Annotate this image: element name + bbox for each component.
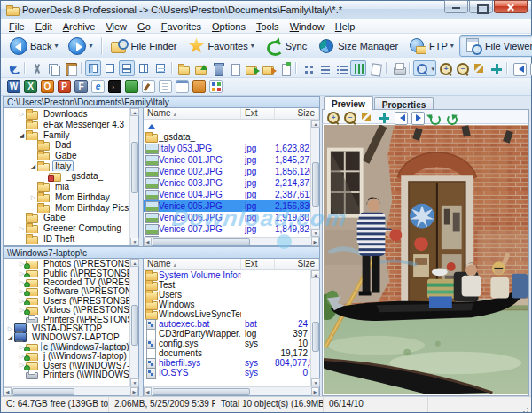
list-bottom-horizontal-scrollbar[interactable]: ◀ ▶ bbox=[144, 386, 319, 395]
scroll-down-icon[interactable]: ▼ bbox=[130, 238, 139, 245]
tab-properties[interactable]: Properties bbox=[374, 97, 434, 110]
launcher-grid-icon[interactable] bbox=[209, 80, 223, 93]
expander-icon[interactable] bbox=[29, 162, 37, 170]
tree-item-public-share[interactable]: Public (\\PRESTONSERVER bbox=[4, 269, 129, 277]
expander-icon[interactable] bbox=[6, 324, 14, 332]
separator[interactable] bbox=[24, 62, 26, 74]
file-row-test[interactable]: Test bbox=[144, 280, 310, 290]
print-icon[interactable] bbox=[390, 60, 406, 76]
file-row-windows[interactable]: Windows bbox=[144, 300, 310, 309]
tree-item-greener-computing[interactable]: Greener Computing bbox=[4, 223, 129, 234]
tree-item-dad[interactable]: Dad bbox=[4, 140, 129, 151]
columns-view-icon[interactable] bbox=[350, 60, 366, 76]
ftp-button[interactable]: FTP bbox=[403, 35, 459, 57]
dropdown-arrow-icon[interactable] bbox=[89, 42, 92, 50]
scroll-left-icon[interactable]: ◀ bbox=[4, 387, 12, 396]
thumbnails-view-icon[interactable] bbox=[367, 60, 383, 76]
tree-item-printers-share[interactable]: Printers (\\PRESTONSERVE bbox=[4, 315, 129, 323]
menu-item-help[interactable]: Help bbox=[331, 21, 360, 32]
tree-item-gabe[interactable]: Gabe bbox=[4, 151, 129, 161]
tree-item-vista-desktop[interactable]: VISTA-DESKTOP bbox=[4, 323, 129, 332]
file-row-venice-001[interactable]: Venice 001.JPG jpg 1,845,277 bbox=[144, 154, 310, 166]
preview-previous-image-icon[interactable] bbox=[392, 109, 408, 125]
tree-top-vertical-scrollbar[interactable]: ▲ ▼ bbox=[129, 108, 138, 245]
tree-item-software-share[interactable]: Software (\\PRESTONSERV bbox=[4, 287, 129, 296]
scroll-up-icon[interactable]: ▲ bbox=[130, 259, 139, 267]
tree-bottom-vertical-scrollbar[interactable]: ▲ ▼ bbox=[129, 259, 138, 387]
file-row-hiberfil[interactable]: hiberfil.sys sys 804,077,568 bbox=[144, 358, 310, 368]
expander-icon[interactable] bbox=[18, 110, 26, 118]
dual-pane-view-icon[interactable] bbox=[85, 60, 101, 76]
tree-item-photos-share[interactable]: Photos (\\PRESTONSERVE bbox=[4, 260, 129, 269]
file-row-venice-007[interactable]: Venice 007.JPG jpg 1,849,824 bbox=[144, 223, 310, 235]
list-bottom-vertical-scrollbar[interactable]: ▲ ▼ bbox=[310, 270, 319, 387]
scroll-down-icon[interactable]: ▼ bbox=[311, 378, 320, 386]
scrollbar-thumb[interactable] bbox=[153, 388, 250, 395]
minimize-button[interactable] bbox=[444, 0, 468, 13]
word-icon[interactable] bbox=[7, 80, 20, 93]
separator[interactable] bbox=[386, 62, 387, 74]
scroll-down-icon[interactable]: ▼ bbox=[130, 378, 139, 386]
tree-item-users-share[interactable]: Users (\\PRESTONSERVER bbox=[4, 296, 129, 305]
menu-item-tools[interactable]: Tools bbox=[252, 21, 284, 32]
scrollbar-thumb[interactable] bbox=[312, 162, 319, 206]
address-bar-bottom[interactable]: \\Windows7-laptop\c bbox=[3, 246, 320, 259]
tree-item-id-theft[interactable]: ID Theft bbox=[4, 233, 129, 244]
separator[interactable] bbox=[409, 62, 411, 74]
menu-item-options[interactable]: Options bbox=[207, 21, 250, 32]
size-manager-button[interactable]: Size Manager bbox=[312, 35, 403, 57]
column-header-name[interactable]: Name ▴ bbox=[144, 259, 241, 269]
file-row-cd3rdpartywrapper[interactable]: CD3rdPartyWrapper.log log 397 bbox=[144, 329, 310, 339]
icons-view-icon[interactable] bbox=[300, 60, 316, 76]
tree-item-downloads[interactable]: Downloads bbox=[4, 109, 129, 120]
tree-item-gabe-2[interactable]: Gabe bbox=[4, 213, 129, 223]
menu-item-view[interactable]: View bbox=[101, 21, 131, 32]
explorer-view-icon[interactable] bbox=[153, 60, 168, 76]
expander-icon[interactable] bbox=[18, 131, 26, 139]
scrollbar-thumb[interactable] bbox=[153, 238, 250, 245]
cut-icon[interactable] bbox=[28, 60, 44, 76]
preview-pan-icon[interactable] bbox=[375, 109, 391, 125]
separator[interactable] bbox=[81, 62, 82, 74]
column-header-name[interactable]: Name ▴ bbox=[144, 108, 241, 119]
notepad-icon[interactable] bbox=[159, 80, 172, 93]
installer-app-icon[interactable] bbox=[192, 80, 206, 93]
previous-image-icon[interactable] bbox=[511, 60, 527, 76]
tree-item-mom-birthday-pics[interactable]: Mom Birthday Pics bbox=[4, 202, 129, 213]
list-view-icon[interactable] bbox=[317, 60, 332, 76]
tree-bottom-horizontal-scrollbar[interactable]: ◀ ▶ bbox=[4, 386, 138, 395]
column-header-size[interactable]: Size bbox=[275, 259, 319, 269]
zoom-in-icon[interactable] bbox=[437, 60, 453, 76]
tab-preview[interactable]: Preview bbox=[324, 96, 373, 110]
address-bar-top[interactable]: C:\Users\Preston\Documents\Family\Italy bbox=[3, 96, 320, 108]
copy-to-folder-icon[interactable] bbox=[243, 60, 259, 76]
new-folder-icon[interactable] bbox=[176, 60, 192, 76]
dropdown-arrow-icon[interactable] bbox=[431, 66, 434, 73]
pan-icon[interactable] bbox=[488, 60, 504, 76]
file-row-venice-002[interactable]: Venice 002.JPG jpg 1,856,126 bbox=[144, 166, 310, 177]
scrollbar-thumb[interactable] bbox=[131, 305, 138, 346]
tree-item-mom-birthday[interactable]: Mom Birthday bbox=[4, 192, 129, 203]
scrollbar-thumb[interactable] bbox=[312, 322, 319, 352]
internet-explorer-icon[interactable] bbox=[91, 80, 105, 93]
close-button[interactable] bbox=[494, 0, 528, 13]
menu-item-favorites[interactable]: Favorites bbox=[157, 21, 206, 32]
outlook-icon[interactable] bbox=[41, 80, 54, 93]
single-pane-view-icon[interactable] bbox=[102, 60, 118, 76]
tree-item-efax-messenger[interactable]: eFax Messenger 4.3 bbox=[4, 120, 129, 130]
scroll-up-icon[interactable]: ▲ bbox=[130, 108, 139, 116]
preview-fit-to-window-icon[interactable] bbox=[358, 109, 374, 125]
file-row-italy-053[interactable]: Italy 053.JPG jpg 1,623,821 bbox=[144, 143, 310, 154]
file-row-users[interactable]: Users bbox=[144, 290, 310, 300]
horizontal-split-view-icon[interactable] bbox=[119, 60, 135, 76]
menu-item-window[interactable]: Window bbox=[286, 21, 329, 32]
frontpage-icon[interactable] bbox=[74, 80, 88, 93]
wordpad-icon[interactable] bbox=[176, 80, 189, 93]
file-row-system-volume-information[interactable]: System Volume Information bbox=[144, 270, 310, 280]
tree-item-imaginary-food[interactable]: Imaginary Food bbox=[4, 244, 129, 245]
back-button[interactable]: Back bbox=[4, 35, 63, 57]
delete-icon[interactable] bbox=[209, 60, 225, 76]
file-row-config[interactable]: config.sys sys 10 bbox=[144, 339, 310, 348]
scroll-down-icon[interactable]: ▼ bbox=[311, 229, 320, 237]
scroll-up-icon[interactable]: ▲ bbox=[311, 270, 320, 278]
